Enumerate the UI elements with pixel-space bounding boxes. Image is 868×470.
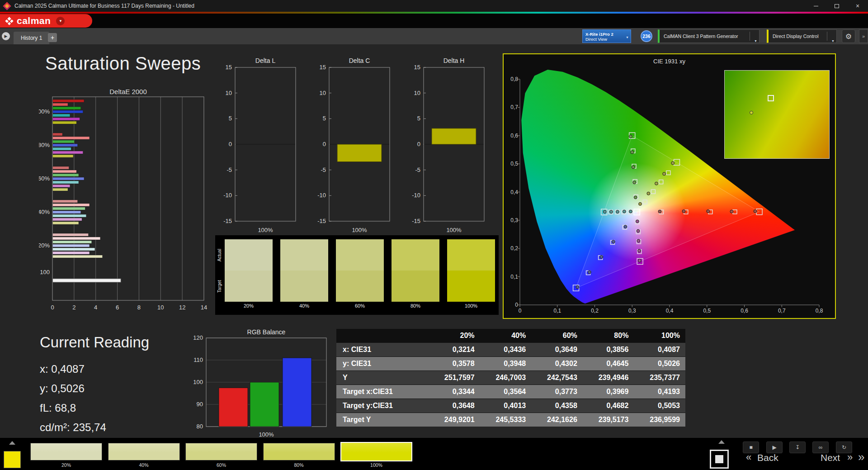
target-swatch-40% xyxy=(280,271,328,302)
current-reading-title: Current Reading xyxy=(40,334,149,351)
bottom-swatch-label: 40% xyxy=(108,462,180,468)
target-row-label: Target xyxy=(217,273,223,300)
meter-count-badge[interactable]: 236 xyxy=(641,30,652,42)
next-chevron-icon[interactable]: » xyxy=(847,451,853,463)
save-button[interactable]: ↧ xyxy=(789,442,806,453)
svg-text:120: 120 xyxy=(193,334,203,341)
table-row-label: y: CIE31 xyxy=(336,357,429,370)
svg-text:15: 15 xyxy=(320,64,326,71)
bottom-swatch-20%[interactable] xyxy=(30,443,102,461)
table-row-label: Target y:CIE31 xyxy=(336,399,429,413)
actual-swatch-80% xyxy=(392,239,439,271)
current-reading-panel: Current Reading x: 0,4087 y: 0,5026 fL: … xyxy=(40,334,149,437)
actual-swatch-60% xyxy=(336,239,384,271)
app-icon xyxy=(3,2,11,10)
pattern-generator-dropdown[interactable]: CalMAN Client 3 Pattern Generator ▼ xyxy=(658,29,760,43)
history-prev-button[interactable]: ▶ xyxy=(2,32,10,40)
table-cell: 0,3948 xyxy=(480,357,532,370)
rgb-balance-chart: RGB Balance1201101009080100% xyxy=(188,328,337,441)
back-button[interactable]: Back xyxy=(757,452,778,463)
deltae-chart-title: DeltaE 2000 xyxy=(52,88,204,95)
play-button[interactable]: ▶ xyxy=(766,442,783,453)
actual-target-swatch-panel: Actual Target 20%40%60%80%100% xyxy=(215,235,499,315)
table-row-label: Target Y xyxy=(336,413,429,427)
cie-zoom-inset xyxy=(724,70,830,159)
delta-l-chart: Delta L151050-5-10-15100% xyxy=(218,57,299,247)
bottom-swatch-40%[interactable] xyxy=(108,443,180,461)
table-cell: 249,9201 xyxy=(429,413,480,427)
svg-text:100%: 100% xyxy=(352,227,367,233)
add-tab-button[interactable]: + xyxy=(48,33,57,42)
table-cell: 239,5173 xyxy=(583,413,634,427)
table-col-header: 40% xyxy=(480,329,532,342)
reference-swatch[interactable] xyxy=(4,451,21,468)
gear-icon: ⚙ xyxy=(845,32,852,41)
svg-text:-10: -10 xyxy=(223,192,232,199)
bottom-swatch-label: 80% xyxy=(263,462,335,468)
cie-x-tick: 0,4 xyxy=(660,308,679,314)
title-bar: Calman 2025 Calman Ultimate for Business… xyxy=(0,0,868,12)
table-cell: 0,3856 xyxy=(583,343,634,356)
tab-history-1[interactable]: History 1 xyxy=(14,32,49,44)
collapse-left-icon[interactable] xyxy=(9,441,15,445)
svg-text:0: 0 xyxy=(323,141,326,147)
logo-bar: calman ▼ xyxy=(0,12,868,28)
display-control-label: Direct Display Control xyxy=(773,33,819,39)
table-cell: 0,3969 xyxy=(583,385,634,399)
collapse-right-icon[interactable] xyxy=(718,440,725,444)
cie-x-tick: 0,7 xyxy=(773,308,791,314)
table-cell: 0,3564 xyxy=(480,385,532,399)
cie-chart-panel: CIE 1931 xy 00,10,20,30,40,50,60,70,800,… xyxy=(503,53,836,319)
bottom-swatch-80%[interactable] xyxy=(263,443,335,461)
meter-dropdown[interactable]: X-Rite i1Pro 2 Direct View ▼ xyxy=(582,29,631,43)
svg-text:12: 12 xyxy=(179,304,185,311)
cie-y-tick: 0,1 xyxy=(505,274,518,280)
pattern-window-icon[interactable] xyxy=(710,450,729,469)
close-button[interactable]: × xyxy=(847,0,868,12)
delta-c-chart: Delta C151050-5-10-15100% xyxy=(312,57,393,247)
svg-text:5: 5 xyxy=(229,115,232,122)
tab-label: History 1 xyxy=(21,35,42,41)
table-cell: 0,3344 xyxy=(429,385,480,399)
svg-text:-5: -5 xyxy=(321,166,326,173)
link-button[interactable]: ∞ xyxy=(812,442,829,453)
expand-icon[interactable]: » xyxy=(858,450,864,464)
svg-text:100: 100 xyxy=(193,379,203,385)
svg-text:6: 6 xyxy=(116,304,119,311)
bottom-swatch-label: 60% xyxy=(185,462,257,468)
meter-line2: Direct View xyxy=(585,37,624,42)
bottom-swatch-100%[interactable] xyxy=(340,442,412,461)
minimize-button[interactable] xyxy=(806,0,826,12)
display-control-dropdown[interactable]: Direct Display Control ▼ xyxy=(767,29,837,43)
rainbow-strip xyxy=(0,12,868,14)
svg-text:5: 5 xyxy=(417,115,420,122)
cie-x-tick: 0,8 xyxy=(810,308,828,314)
table-cell: 246,7003 xyxy=(480,371,532,385)
svg-text:10: 10 xyxy=(226,90,232,96)
cie-x-tick: 0,3 xyxy=(623,308,641,314)
maximize-icon xyxy=(835,4,839,8)
bottom-swatch-60%[interactable] xyxy=(185,443,257,461)
bottom-swatch-label: 20% xyxy=(30,462,102,468)
chevron-down-icon: ▼ xyxy=(59,19,62,23)
svg-text:10: 10 xyxy=(320,90,326,96)
calman-logo[interactable]: calman ▼ xyxy=(0,14,92,28)
settings-button[interactable]: ⚙ xyxy=(842,29,855,43)
table-cell: 0,5053 xyxy=(634,399,685,413)
maximize-button[interactable] xyxy=(826,0,847,12)
table-cell: 235,7377 xyxy=(634,371,685,385)
overflow-button[interactable]: » xyxy=(859,29,868,43)
svg-text:60%: 60% xyxy=(39,175,50,182)
reading-fl: fL: 68,8 xyxy=(40,398,149,418)
logo-menu-button[interactable]: ▼ xyxy=(56,17,65,25)
table-col-header: 60% xyxy=(531,329,583,342)
back-chevron-icon[interactable]: « xyxy=(746,451,751,463)
svg-text:10: 10 xyxy=(414,90,420,96)
swatch-level-label: 80% xyxy=(392,303,439,309)
svg-text:-10: -10 xyxy=(317,192,326,199)
table-cell: 0,3648 xyxy=(429,399,480,413)
target-swatch-80% xyxy=(392,271,439,302)
svg-text:100%: 100% xyxy=(259,431,274,438)
next-button[interactable]: Next xyxy=(821,452,840,463)
swatch-level-label: 100% xyxy=(447,303,495,309)
